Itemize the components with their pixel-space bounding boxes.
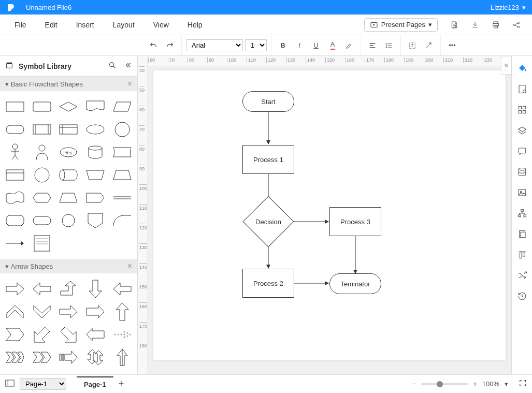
- shape-rectangle[interactable]: [2, 96, 28, 117]
- user-menu[interactable]: Lizzie123 ▾: [491, 4, 526, 11]
- grid-icon[interactable]: [514, 100, 530, 119]
- outline-icon[interactable]: [5, 380, 15, 388]
- library-body[interactable]: ▾ Basic Flowchart Shapes × Yes: [0, 77, 137, 374]
- undo-button[interactable]: [146, 38, 161, 53]
- page-setup-icon[interactable]: [514, 80, 530, 98]
- menu-help[interactable]: Help: [178, 18, 212, 32]
- shape-arrow-right3[interactable]: [82, 301, 108, 322]
- shuffle-icon[interactable]: [514, 266, 530, 285]
- shape-arrow-right2[interactable]: [56, 301, 82, 322]
- shape-card[interactable]: [2, 165, 28, 185]
- shape-note[interactable]: [29, 233, 55, 254]
- shape-arrow-bent[interactable]: [56, 279, 82, 299]
- align-button[interactable]: [365, 38, 380, 53]
- shape-trapezoid2[interactable]: [109, 165, 135, 185]
- shape-internal-storage[interactable]: [56, 119, 82, 140]
- shape-cut-rect[interactable]: [2, 210, 28, 231]
- shape-dotted-arrow[interactable]: [109, 324, 135, 345]
- right-panel-collapse[interactable]: [501, 56, 511, 75]
- font-size-select[interactable]: 10: [245, 39, 267, 51]
- shape-arrow-up[interactable]: [109, 301, 135, 322]
- more-button[interactable]: •••: [445, 38, 459, 53]
- layers-icon[interactable]: [514, 121, 530, 140]
- font-family-select[interactable]: Arial: [186, 39, 243, 51]
- shape-swap-arrows[interactable]: [82, 347, 108, 368]
- page-dropdown[interactable]: Page-1: [20, 378, 66, 390]
- clipboard-icon[interactable]: [514, 225, 530, 243]
- node-process-1[interactable]: Process 1: [242, 145, 294, 174]
- shape-circle[interactable]: [109, 119, 135, 140]
- node-process-3[interactable]: Process 3: [329, 207, 381, 236]
- shape-trapezoid[interactable]: [82, 165, 108, 185]
- text-tool-button[interactable]: T: [405, 38, 420, 53]
- image-icon[interactable]: [514, 183, 530, 202]
- node-start[interactable]: Start: [242, 91, 294, 112]
- close-icon[interactable]: ×: [127, 261, 132, 271]
- shape-arrow-down[interactable]: [82, 279, 108, 299]
- shape-arrow-line[interactable]: [2, 233, 28, 254]
- shape-double-line[interactable]: [109, 187, 135, 208]
- line-spacing-button[interactable]: [382, 38, 396, 53]
- shape-parallelogram[interactable]: [109, 96, 135, 117]
- shape-arrow-down-right[interactable]: [56, 324, 82, 345]
- bold-button[interactable]: B: [276, 38, 290, 53]
- menu-edit[interactable]: Edit: [36, 18, 67, 32]
- shape-offpage[interactable]: [82, 210, 108, 231]
- shape-yes-label[interactable]: Yes: [56, 142, 82, 163]
- canvas-page[interactable]: Start Process 1 Decision Process 3 Proce…: [153, 70, 506, 360]
- shape-circle2[interactable]: [29, 165, 55, 185]
- comment-icon[interactable]: [514, 142, 530, 161]
- font-color-button[interactable]: A: [325, 38, 340, 53]
- shape-cylinder-h[interactable]: [56, 165, 82, 185]
- menu-insert[interactable]: Insert: [67, 18, 104, 32]
- shape-hexagon[interactable]: [29, 187, 55, 208]
- share-icon[interactable]: [510, 19, 523, 31]
- zoom-out-button[interactable]: −: [412, 380, 416, 388]
- group-basic-flowchart[interactable]: ▾ Basic Flowchart Shapes ×: [0, 77, 137, 91]
- add-page-button[interactable]: +: [119, 379, 124, 389]
- search-icon[interactable]: [108, 61, 117, 71]
- redo-button[interactable]: [163, 38, 177, 53]
- chevron-down-icon[interactable]: ▾: [505, 380, 508, 388]
- shape-arrow-left2[interactable]: [109, 279, 135, 299]
- page-tab-1[interactable]: Page-1: [77, 376, 113, 391]
- shape-database[interactable]: [82, 142, 108, 163]
- shape-diamond[interactable]: [56, 96, 82, 117]
- shape-chevron-down[interactable]: [29, 301, 55, 322]
- fullscreen-icon[interactable]: [519, 379, 527, 389]
- node-decision[interactable]: Decision: [242, 206, 294, 237]
- connector-button[interactable]: [422, 38, 436, 53]
- menu-file[interactable]: File: [5, 18, 36, 32]
- shape-rounded-rect[interactable]: [29, 96, 55, 117]
- zoom-slider[interactable]: [421, 383, 468, 385]
- collapse-library-icon[interactable]: [124, 61, 132, 71]
- shape-arrow-up-thin[interactable]: [109, 347, 135, 368]
- shape-arc[interactable]: [109, 210, 135, 231]
- shape-actor[interactable]: [2, 142, 28, 163]
- group-arrow-shapes[interactable]: ▾ Arrow Shapes ×: [0, 259, 137, 273]
- shape-pentagon[interactable]: [82, 187, 108, 208]
- shape-arrow-left3[interactable]: [82, 324, 108, 345]
- print-icon[interactable]: [490, 19, 502, 31]
- shape-user[interactable]: [29, 142, 55, 163]
- database-panel-icon[interactable]: [514, 163, 530, 181]
- shape-arrow-right[interactable]: [2, 279, 28, 299]
- shape-pill[interactable]: [29, 210, 55, 231]
- present-pages-button[interactable]: Present Pages ▾: [364, 18, 438, 32]
- shape-arrow-down-left[interactable]: [29, 324, 55, 345]
- shape-tape[interactable]: [2, 187, 28, 208]
- shape-double-chevron[interactable]: [29, 347, 55, 368]
- node-process-2[interactable]: Process 2: [242, 269, 294, 298]
- shape-terminator[interactable]: [2, 119, 28, 140]
- shape-chevron-up[interactable]: [2, 301, 28, 322]
- fill-tool-icon[interactable]: [514, 59, 530, 78]
- org-chart-icon[interactable]: [514, 204, 530, 223]
- file-title[interactable]: Unnamed File6: [26, 4, 491, 11]
- shape-striped-arrow[interactable]: [56, 347, 82, 368]
- underline-button[interactable]: U: [309, 38, 323, 53]
- shape-display[interactable]: [109, 142, 135, 163]
- zoom-in-button[interactable]: +: [473, 380, 477, 388]
- shape-document[interactable]: [82, 96, 108, 117]
- save-icon[interactable]: [448, 19, 461, 31]
- italic-button[interactable]: I: [292, 38, 307, 53]
